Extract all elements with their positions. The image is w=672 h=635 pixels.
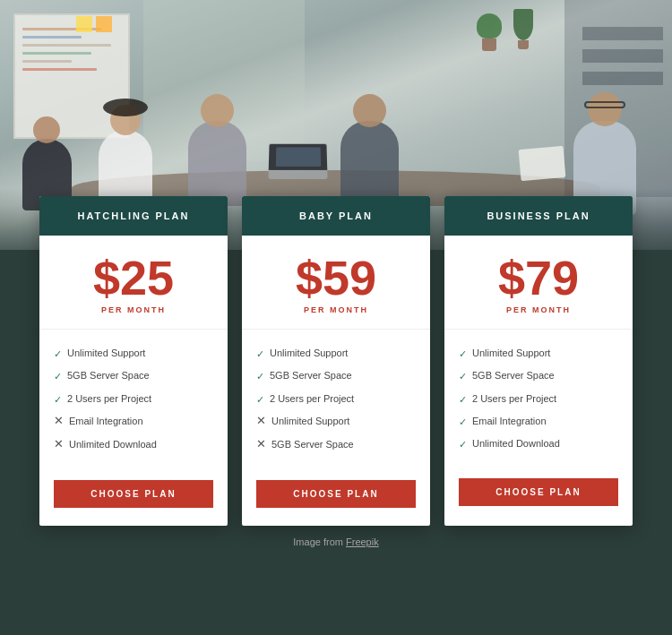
hatchling-feature-3: ✓ 2 Users per Project [54,388,213,410]
baby-feature-4: ✕ Unlimited Support [256,410,416,433]
check-icon: ✓ [459,393,467,406]
plant-decoration-2 [513,9,533,49]
hatchling-feature-2-text: 5GB Server Space [67,369,150,382]
baby-feature-1: ✓ Unlimited Support [256,342,416,365]
business-feature-2-text: 5GB Server Space [472,369,555,382]
baby-price: $59 [251,253,421,302]
baby-choose-button[interactable]: CHOOSE PLAN [256,480,416,508]
baby-feature-1-text: Unlimited Support [270,347,348,359]
business-plan-title: BUSINESS PLAN [487,210,590,221]
hatchling-feature-3-text: 2 Users per Project [67,392,151,405]
check-icon: ✓ [459,438,467,451]
check-icon: ✓ [459,370,467,382]
footer-text: Image from [293,536,346,547]
baby-feature-5-text: 5GB Server Space [271,438,354,451]
check-icon: ✓ [256,393,264,406]
baby-plan-footer: CHOOSE PLAN [242,469,430,526]
business-plan-footer: CHOOSE PLAN [444,468,633,524]
hatchling-choose-button[interactable]: CHOOSE PLAN [54,480,213,508]
footer-credit: Image from Freepik [0,526,672,553]
business-feature-3-text: 2 Users per Project [472,392,556,405]
baby-feature-2: ✓ 5GB Server Space [256,365,416,387]
baby-plan-title: BABY PLAN [299,210,373,221]
check-icon: ✓ [459,348,467,360]
cross-icon: ✕ [256,414,266,429]
business-price: $79 [453,253,624,302]
baby-plan-header: BABY PLAN [242,196,430,236]
baby-feature-5: ✕ 5GB Server Space [256,433,416,457]
hatchling-plan-title: HATCHLING PLAN [78,210,190,221]
baby-feature-3-text: 2 Users per Project [270,392,354,405]
hatchling-feature-5-text: Unlimited Download [69,438,157,451]
baby-feature-3: ✓ 2 Users per Project [256,388,416,410]
business-features-list: ✓ Unlimited Support ✓ 5GB Server Space ✓… [444,330,633,468]
footer-link[interactable]: Freepik [346,536,379,547]
check-icon: ✓ [256,370,264,382]
business-plan-header: BUSINESS PLAN [444,196,633,236]
baby-feature-2-text: 5GB Server Space [270,369,352,382]
baby-plan-card: BABY PLAN $59 PER MONTH ✓ Unlimited Supp… [242,196,430,526]
plans-container: HATCHLING PLAN $25 PER MONTH ✓ Unlimited… [4,223,668,526]
hatchling-feature-5: ✕ Unlimited Download [54,433,213,457]
business-feature-2: ✓ 5GB Server Space [459,365,618,387]
hatchling-feature-4-text: Email Integration [69,415,143,427]
business-feature-5: ✓ Unlimited Download [459,433,618,455]
business-feature-5-text: Unlimited Download [472,437,560,450]
pricing-section: HATCHLING PLAN $25 PER MONTH ✓ Unlimited… [0,250,672,635]
check-icon: ✓ [54,348,62,360]
baby-features-list: ✓ Unlimited Support ✓ 5GB Server Space ✓… [242,330,430,469]
cross-icon: ✕ [256,437,266,452]
business-period: PER MONTH [453,305,624,314]
business-feature-1: ✓ Unlimited Support [459,342,618,365]
hatchling-feature-4: ✕ Email Integration [54,410,213,433]
cross-icon: ✕ [54,414,64,429]
hatchling-feature-1: ✓ Unlimited Support [54,342,213,365]
check-icon: ✓ [54,393,62,406]
hatchling-price: $25 [48,253,219,302]
baby-period: PER MONTH [251,305,421,314]
baby-feature-4-text: Unlimited Support [271,415,349,427]
check-icon: ✓ [459,416,467,428]
business-feature-4-text: Email Integration [472,415,547,427]
cross-icon: ✕ [54,437,64,452]
laptop-decoration [268,144,327,179]
plant-decoration [477,13,502,51]
hatchling-feature-1-text: Unlimited Support [67,347,145,359]
business-choose-button[interactable]: CHOOSE PLAN [459,478,618,506]
hatchling-period: PER MONTH [48,305,219,314]
business-feature-4: ✓ Email Integration [459,410,618,433]
check-icon: ✓ [256,348,264,360]
hatchling-price-section: $25 PER MONTH [39,236,228,330]
baby-price-section: $59 PER MONTH [242,236,430,330]
page-wrapper: HATCHLING PLAN $25 PER MONTH ✓ Unlimited… [0,0,672,635]
hatchling-plan-header: HATCHLING PLAN [39,196,228,236]
check-icon: ✓ [54,370,62,382]
business-feature-1-text: Unlimited Support [472,347,550,359]
hatchling-features-list: ✓ Unlimited Support ✓ 5GB Server Space ✓… [39,330,228,469]
hatchling-plan-card: HATCHLING PLAN $25 PER MONTH ✓ Unlimited… [39,196,228,526]
business-plan-card: BUSINESS PLAN $79 PER MONTH ✓ Unlimited … [444,196,633,526]
hatchling-feature-2: ✓ 5GB Server Space [54,365,213,387]
business-price-section: $79 PER MONTH [444,236,633,330]
business-feature-3: ✓ 2 Users per Project [459,388,618,410]
hatchling-plan-footer: CHOOSE PLAN [39,469,228,526]
